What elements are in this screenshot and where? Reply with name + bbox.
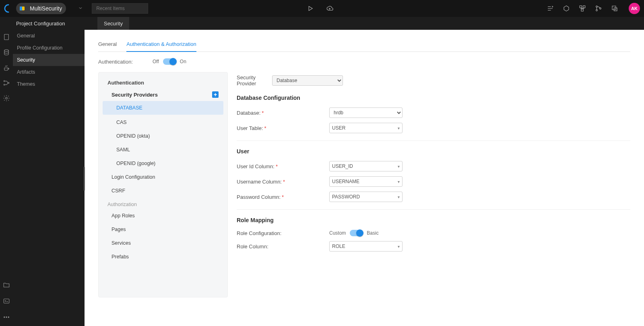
add-provider-button[interactable]: + — [212, 91, 219, 98]
sidebar-resize-handle[interactable] — [84, 167, 85, 191]
login-configuration-item[interactable]: Login Configuration — [99, 170, 227, 184]
panel-authz-header: Authorization — [99, 198, 227, 209]
toolbar-icon-1[interactable] — [546, 4, 555, 13]
chevron-down-icon: ▾ — [398, 195, 400, 199]
rail-apis-icon[interactable] — [2, 79, 10, 87]
user-avatar[interactable]: AK — [629, 3, 640, 14]
main-content: General Authentication & Authorization A… — [85, 30, 644, 326]
csrf-item[interactable]: CSRF — [99, 184, 227, 198]
database-select[interactable]: hrdb — [329, 107, 402, 118]
svg-point-6 — [596, 10, 598, 11]
recent-items-input[interactable] — [92, 3, 148, 14]
svg-point-11 — [4, 50, 9, 52]
username-label: Username Column:* — [237, 179, 329, 185]
rail-console-icon[interactable] — [2, 297, 10, 305]
svg-rect-16 — [4, 299, 9, 303]
svg-point-18 — [6, 317, 7, 318]
rail-pages-icon[interactable] — [2, 33, 10, 41]
authz-pages[interactable]: Pages — [99, 223, 227, 236]
auth-left-panel: Authentication Security Providers + DATA… — [98, 72, 228, 297]
config-sidebar: General Profile Configuration Security A… — [13, 30, 85, 326]
svg-point-15 — [6, 97, 8, 99]
svg-rect-9 — [614, 8, 617, 11]
security-providers-label: Security Providers — [111, 92, 158, 98]
role-mapping-header: Role Mapping — [237, 211, 630, 227]
rail-file-explorer-icon[interactable] — [2, 281, 10, 289]
authz-services[interactable]: Services — [99, 236, 227, 250]
authentication-label: Authentication: — [98, 59, 153, 65]
rail-settings-icon[interactable] — [2, 94, 10, 102]
tab-auth[interactable]: Authentication & Authorization — [126, 39, 196, 52]
sidebar-item-artifacts[interactable]: Artifacts — [13, 66, 85, 78]
user-id-label: User Id Column:* — [237, 163, 329, 169]
project-name: MultiSecurity — [30, 5, 62, 12]
security-provider-label: Security Provider — [237, 74, 272, 87]
panel-auth-header: Authentication — [99, 80, 227, 91]
toggle-off-label: Off — [153, 59, 159, 64]
rail-more-icon[interactable] — [2, 313, 10, 321]
authz-app-roles[interactable]: App Roles — [99, 209, 227, 223]
toggle-on-label: On — [180, 59, 186, 64]
deploy-cloud-icon[interactable] — [325, 4, 334, 13]
chevron-down-icon: ▾ — [398, 164, 400, 169]
authz-prefabs[interactable]: Prefabs — [99, 250, 227, 264]
toolbar-icon-2[interactable] — [562, 4, 571, 13]
user-id-select[interactable]: USER_ID▾ — [329, 161, 402, 171]
vcs-icon[interactable] — [578, 4, 587, 13]
user-header: User — [237, 142, 630, 159]
chevron-down-icon[interactable] — [78, 6, 83, 12]
sidebar-item-profile-configuration[interactable]: Profile Configuration — [13, 42, 85, 54]
main-layout: General Profile Configuration Security A… — [0, 30, 644, 326]
sidebar-item-general[interactable]: General — [13, 30, 85, 42]
chevron-down-icon: ▾ — [398, 180, 400, 184]
user-table-select[interactable]: USER▾ — [329, 123, 402, 133]
role-custom-label: Custom — [329, 230, 346, 236]
svg-point-5 — [596, 6, 598, 8]
role-basic-label: Basic — [367, 230, 378, 236]
sidebar-item-themes[interactable]: Themes — [13, 78, 85, 90]
rail-database-icon[interactable] — [2, 48, 10, 56]
security-provider-select[interactable]: Database — [272, 75, 343, 86]
provider-openid-okta[interactable]: OPENID (okta) — [99, 129, 227, 143]
authentication-toggle[interactable] — [163, 58, 176, 65]
activity-rail — [0, 30, 13, 326]
preview-run-icon[interactable] — [306, 4, 315, 13]
tab-general[interactable]: General — [98, 39, 117, 52]
svg-rect-2 — [580, 6, 582, 8]
provider-form: Security Provider Database Database Conf… — [228, 72, 630, 297]
svg-point-12 — [4, 80, 5, 82]
security-tabs: General Authentication & Authorization — [98, 39, 630, 52]
password-select[interactable]: PASSWORD▾ — [329, 192, 402, 202]
provider-saml[interactable]: SAML — [99, 143, 227, 157]
database-label: Database:* — [237, 110, 329, 116]
password-label: Password Column:* — [237, 194, 329, 200]
rail-java-icon[interactable] — [2, 64, 10, 72]
user-table-label: User Table:* — [237, 125, 329, 131]
role-column-select[interactable]: ROLE▾ — [329, 241, 402, 252]
sidebar-title: Project Configuration — [0, 17, 85, 30]
role-config-toggle[interactable] — [350, 230, 363, 236]
provider-cas[interactable]: CAS — [99, 116, 227, 129]
open-tab-security[interactable]: Security — [97, 17, 129, 30]
branch-icon[interactable] — [594, 4, 603, 13]
provider-openid-google[interactable]: OPENID (google) — [99, 157, 227, 170]
svg-point-17 — [4, 317, 5, 318]
svg-rect-10 — [4, 34, 9, 40]
chevron-down-icon: ▾ — [398, 244, 400, 249]
top-bar: MultiSecurity AK — [0, 0, 644, 17]
svg-rect-4 — [581, 9, 583, 11]
db-config-header: Database Configuration — [237, 89, 630, 105]
role-config-label: Role Configuration: — [237, 230, 329, 236]
sidebar-item-security[interactable]: Security — [13, 54, 85, 66]
svg-rect-1 — [20, 6, 22, 10]
project-selector[interactable]: MultiSecurity — [16, 3, 66, 14]
role-column-label: Role Column: — [237, 243, 329, 250]
context-bar: Project Configuration Security — [0, 17, 644, 30]
svg-point-19 — [8, 317, 9, 318]
project-type-icon — [18, 4, 27, 13]
provider-database[interactable]: DATABASE — [103, 101, 223, 115]
svg-point-13 — [4, 84, 5, 85]
toolbar-icon-5[interactable] — [610, 4, 619, 13]
username-select[interactable]: USERNAME▾ — [329, 176, 402, 187]
svg-rect-3 — [583, 6, 585, 8]
